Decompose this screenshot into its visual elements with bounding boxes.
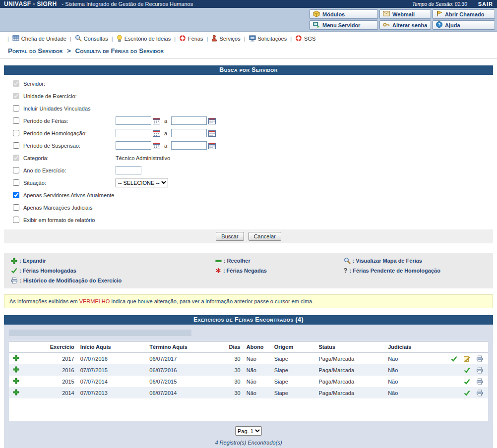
- menu-item-sgs[interactable]: SGS: [295, 35, 315, 43]
- periodo-suspensao-checkbox[interactable]: [13, 142, 19, 149]
- periodo-homologacao-checkbox[interactable]: [13, 130, 19, 136]
- icons-legend: : Expandir : Recolher : Visualizar Mapa …: [4, 253, 493, 288]
- user-icon: [211, 35, 217, 43]
- modules-button[interactable]: Módulos: [310, 9, 378, 19]
- legend-expandir: : Expandir: [11, 257, 215, 264]
- edit-icon[interactable]: [463, 355, 470, 362]
- menu-servidor-button[interactable]: Menu Servidor: [310, 20, 378, 30]
- unidades-vinculadas-label: Incluir Unidades Vinculadas: [23, 106, 91, 112]
- col-termino-aquis: Término Aquis: [146, 341, 220, 353]
- calendar-icon[interactable]: [208, 142, 216, 149]
- calendar-icon[interactable]: [153, 117, 160, 124]
- menu-item-ferias[interactable]: Férias: [179, 35, 203, 43]
- legend-ferias-homologadas: : Férias Homologadas: [11, 268, 215, 274]
- categoria-value: Técnico Administrativo: [116, 155, 170, 161]
- calendar-icon[interactable]: [153, 142, 160, 149]
- ano-exercicio-input[interactable]: [116, 166, 141, 174]
- page-select[interactable]: Pag. 1: [235, 426, 262, 436]
- form-buttons-band: Buscar Cancelar: [4, 229, 493, 243]
- cell-abono: Não: [244, 353, 271, 365]
- print-history-icon[interactable]: [476, 355, 483, 362]
- menu-servidor-label: Menu Servidor: [322, 22, 360, 28]
- legend-colon: :: [223, 268, 225, 274]
- legend-colon: :: [353, 258, 355, 264]
- periodo-suspensao-label: Período de Suspensão:: [23, 143, 80, 149]
- session-timer: Tempo de Sessão: 01:30: [412, 1, 467, 7]
- range-conjunction: a: [164, 118, 167, 124]
- periodo-suspensao-to-input[interactable]: [171, 141, 207, 150]
- categoria-checkbox[interactable]: [13, 155, 19, 161]
- print-history-icon[interactable]: [476, 378, 483, 385]
- ano-exercicio-checkbox[interactable]: [13, 167, 19, 173]
- unidade-checkbox[interactable]: [13, 93, 19, 99]
- filter-row-relatorio: Exibir em formato de relatório: [4, 214, 493, 226]
- menu-item-chefia-de-unidade[interactable]: Chefia de Unidade: [12, 35, 66, 43]
- logout-link[interactable]: SAIR: [478, 1, 493, 7]
- menu-separator: |: [207, 36, 208, 42]
- cancelar-button[interactable]: Cancelar: [248, 232, 281, 241]
- col-status: Status: [315, 341, 385, 353]
- check-icon: [11, 268, 17, 274]
- cell-status: Paga/Marcada: [315, 364, 385, 376]
- topbar: UNIVASF - SIGRH - Sistema Integrado de G…: [0, 0, 497, 8]
- col-abono: Abono: [244, 341, 271, 353]
- cell-dias: 30: [220, 353, 244, 365]
- situacao-select[interactable]: -- SELECIONE --: [116, 178, 168, 187]
- calendar-icon[interactable]: [208, 117, 216, 124]
- periodo-homologacao-to-input[interactable]: [171, 129, 207, 137]
- filter-row-unidade: Unidade de Exercício:: [4, 90, 493, 102]
- col-inicio-aquis: Início Aquis: [77, 341, 147, 353]
- periodo-suspensao-from-input[interactable]: [116, 141, 151, 150]
- change-password-button[interactable]: Alterar senha: [379, 20, 431, 30]
- search-panel: Busca por Servidor Servidor: Unidade de …: [4, 65, 493, 243]
- help-button[interactable]: ? Ajuda: [433, 20, 495, 30]
- cell-origem: Siape: [271, 353, 316, 365]
- menu-item-solicitacoes[interactable]: Solicitações: [249, 35, 287, 43]
- menu-item-servicos[interactable]: Serviços: [211, 35, 240, 43]
- menu-separator: |: [244, 36, 246, 42]
- filter-row-marcacoes-judiciais: Apenas Marcações Judiciais: [4, 201, 493, 214]
- situacao-checkbox[interactable]: [13, 179, 19, 186]
- lifebuoy-icon: [179, 35, 186, 43]
- marcacoes-judiciais-checkbox[interactable]: [13, 204, 19, 211]
- servidor-checkbox[interactable]: [13, 80, 19, 87]
- periodo-homologacao-from-input[interactable]: [116, 129, 151, 137]
- expand-icon[interactable]: [13, 389, 19, 395]
- periodo-ferias-to-input[interactable]: [171, 116, 207, 125]
- legend-colon: :: [224, 258, 226, 264]
- envelope-icon: [383, 11, 390, 17]
- ativos-checkbox[interactable]: [13, 192, 19, 198]
- search-panel-title: Busca por Servidor: [4, 65, 493, 75]
- menu-separator: |: [174, 36, 176, 42]
- printer-icon: [11, 277, 18, 284]
- homologada-check-icon: [464, 367, 470, 373]
- breadcrumb-portal-link[interactable]: Portal do Servidor: [8, 47, 62, 55]
- magnifier-icon: [344, 257, 351, 264]
- periodo-ferias-checkbox[interactable]: [13, 117, 19, 124]
- print-history-icon[interactable]: [476, 367, 483, 374]
- menu-item-consultas[interactable]: Consultas: [75, 35, 108, 43]
- filter-row-categoria: Categoria: Técnico Administrativo: [4, 152, 493, 164]
- breadcrumb-separator: >: [67, 47, 71, 55]
- expand-icon[interactable]: [13, 366, 19, 373]
- periodo-ferias-from-input[interactable]: [116, 116, 151, 125]
- print-history-icon[interactable]: [476, 390, 483, 396]
- col-actions: [443, 341, 488, 353]
- open-ticket-button[interactable]: Abrir Chamado: [433, 9, 495, 19]
- expand-icon[interactable]: [13, 355, 19, 361]
- col-dias: Dias: [220, 341, 244, 353]
- buscar-button[interactable]: Buscar: [216, 232, 244, 241]
- header-band: Módulos Webmail Abrir Chamado Menu Servi…: [0, 8, 497, 32]
- denied-icon: [215, 268, 221, 274]
- homologada-check-icon: [464, 379, 470, 385]
- expand-icon[interactable]: [13, 378, 19, 384]
- menu-item-escritorio-de-ideias[interactable]: Escritório de Ideias: [117, 35, 171, 43]
- calendar-icon[interactable]: [208, 130, 216, 137]
- unidades-vinculadas-checkbox[interactable]: [13, 105, 19, 112]
- relatorio-checkbox[interactable]: [13, 217, 19, 223]
- calendar-icon[interactable]: [153, 130, 160, 137]
- menu-label: Escritório de Ideias: [124, 36, 171, 42]
- webmail-button[interactable]: Webmail: [379, 9, 431, 19]
- expand-icon: [11, 258, 17, 264]
- notice-prefix: As informações exibidas em: [9, 298, 79, 304]
